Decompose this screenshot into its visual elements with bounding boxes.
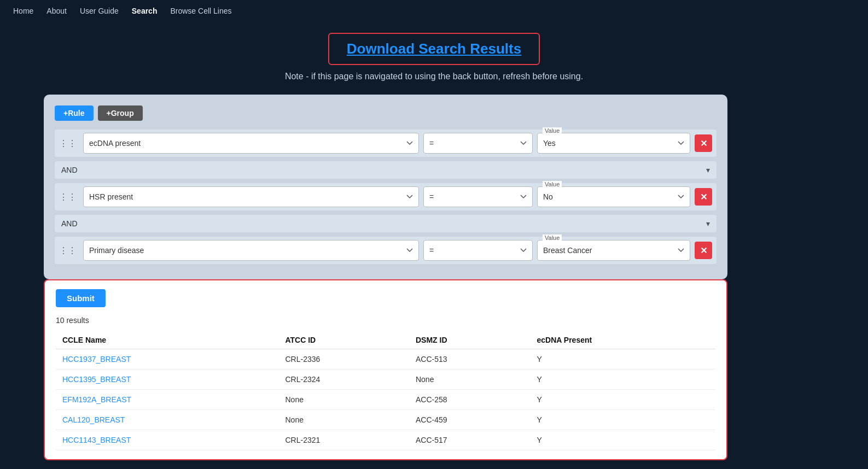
rule-1-value-label: Value	[543, 127, 562, 134]
cell-atcc-id-0: CRL-2336	[278, 349, 409, 370]
cell-ccle-name-2: EFM192A_BREAST	[56, 390, 278, 410]
query-builder: +Rule +Group ⋮⋮ ecDNA present HSR presen…	[44, 95, 727, 279]
and-connector-2: AND ▾	[55, 215, 716, 232]
and-chevron-2: ▾	[706, 219, 710, 228]
drag-handle-1: ⋮⋮	[59, 138, 77, 149]
rule-1-operator-select[interactable]: = != contains	[423, 133, 533, 154]
rule-row-2: ⋮⋮ HSR present ecDNA present Primary dis…	[55, 183, 716, 210]
table-row: HCC1143_BREAST CRL-2321 ACC-517 Y	[56, 430, 715, 450]
rule-3-value-wrapper: Value Breast Cancer Lung Cancer Colorect…	[537, 240, 690, 261]
query-builder-container: +Rule +Group ⋮⋮ ecDNA present HSR presen…	[44, 95, 824, 460]
rule-2-value-select[interactable]: No Yes	[537, 186, 690, 207]
col-header-dsmz-id: DSMZ ID	[409, 331, 531, 349]
cell-ccle-name-4: HCC1143_BREAST	[56, 430, 278, 450]
drag-handle-3: ⋮⋮	[59, 245, 77, 256]
nav-about[interactable]: About	[46, 7, 67, 15]
cell-dsmz-id-4: ACC-517	[409, 430, 531, 450]
rule-3-remove-button[interactable]: ✕	[695, 242, 712, 259]
add-group-button[interactable]: +Group	[98, 105, 143, 121]
submit-button[interactable]: Submit	[56, 289, 106, 307]
cell-ecdna-0: Y	[531, 349, 715, 370]
rule-3-value-label: Value	[543, 234, 562, 241]
rule-group-buttons: +Rule +Group	[55, 105, 716, 121]
table-header: CCLE Name ATCC ID DSMZ ID ecDNA Present	[56, 331, 715, 349]
rule-2-field-select[interactable]: HSR present ecDNA present Primary diseas…	[83, 186, 419, 207]
and-label-1: AND	[61, 166, 706, 174]
rule-2-value-label: Value	[543, 181, 562, 187]
results-panel: Submit 10 results CCLE Name ATCC ID DSMZ…	[44, 279, 727, 460]
rule-row-3: ⋮⋮ Primary disease ecDNA present HSR pre…	[55, 237, 716, 264]
rule-2-value-wrapper: Value No Yes	[537, 186, 690, 207]
cell-atcc-id-4: CRL-2321	[278, 430, 409, 450]
rule-row-1: ⋮⋮ ecDNA present HSR present Primary dis…	[55, 130, 716, 157]
cell-ccle-name-1: HCC1395_BREAST	[56, 370, 278, 390]
rule-3-value-select[interactable]: Breast Cancer Lung Cancer Colorectal Can…	[537, 240, 690, 261]
cell-dsmz-id-2: ACC-258	[409, 390, 531, 410]
ccle-link-4[interactable]: HCC1143_BREAST	[62, 436, 131, 444]
ccle-link-1[interactable]: HCC1395_BREAST	[62, 375, 131, 384]
note-text: Note - if this page is navigated to usin…	[285, 72, 583, 81]
table-row: EFM192A_BREAST None ACC-258 Y	[56, 390, 715, 410]
download-link-wrapper: Download Search Results	[328, 33, 540, 65]
cell-ecdna-4: Y	[531, 430, 715, 450]
drag-handle-2: ⋮⋮	[59, 192, 77, 202]
cell-dsmz-id-3: ACC-459	[409, 410, 531, 430]
rule-2-remove-button[interactable]: ✕	[695, 188, 712, 206]
results-count: 10 results	[56, 316, 715, 325]
table-body: HCC1937_BREAST CRL-2336 ACC-513 Y HCC139…	[56, 349, 715, 450]
rule-1-value-select[interactable]: Yes No	[537, 133, 690, 154]
and-chevron-1: ▾	[706, 166, 710, 174]
cell-dsmz-id-0: ACC-513	[409, 349, 531, 370]
nav-home[interactable]: Home	[13, 7, 33, 15]
add-rule-button[interactable]: +Rule	[55, 105, 94, 121]
cell-atcc-id-3: None	[278, 410, 409, 430]
and-label-2: AND	[61, 219, 706, 228]
rule-3-operator-select[interactable]: = != contains	[423, 240, 533, 261]
col-header-atcc-id: ATCC ID	[278, 331, 409, 349]
and-connector-1: AND ▾	[55, 161, 716, 179]
cell-ccle-name-3: CAL120_BREAST	[56, 410, 278, 430]
col-header-ccle-name: CCLE Name	[56, 331, 278, 349]
cell-dsmz-id-1: None	[409, 370, 531, 390]
cell-ecdna-1: Y	[531, 370, 715, 390]
rule-1-remove-button[interactable]: ✕	[695, 134, 712, 152]
table-row: HCC1395_BREAST CRL-2324 None Y	[56, 370, 715, 390]
rule-2-operator-select[interactable]: = != contains	[423, 186, 533, 207]
main-content: Download Search Results Note - if this p…	[0, 22, 868, 469]
nav-browse-cell-lines[interactable]: Browse Cell Lines	[170, 7, 231, 15]
nav-user-guide[interactable]: User Guide	[80, 7, 119, 15]
col-header-ecdna-present: ecDNA Present	[531, 331, 715, 349]
table-row: CAL120_BREAST None ACC-459 Y	[56, 410, 715, 430]
rule-1-value-wrapper: Value Yes No	[537, 133, 690, 154]
rule-1-field-select[interactable]: ecDNA present HSR present Primary diseas…	[83, 133, 419, 154]
table-row: HCC1937_BREAST CRL-2336 ACC-513 Y	[56, 349, 715, 370]
cell-ecdna-2: Y	[531, 390, 715, 410]
results-table: CCLE Name ATCC ID DSMZ ID ecDNA Present …	[56, 331, 715, 450]
ccle-link-0[interactable]: HCC1937_BREAST	[62, 355, 131, 364]
rule-3-field-select[interactable]: Primary disease ecDNA present HSR presen…	[83, 240, 419, 261]
ccle-link-2[interactable]: EFM192A_BREAST	[62, 395, 131, 404]
download-search-results-link[interactable]: Download Search Results	[328, 33, 540, 65]
navigation: Home About User Guide Search Browse Cell…	[0, 0, 868, 22]
cell-ecdna-3: Y	[531, 410, 715, 430]
ccle-link-3[interactable]: CAL120_BREAST	[62, 415, 125, 424]
nav-search[interactable]: Search	[132, 7, 158, 15]
cell-atcc-id-1: CRL-2324	[278, 370, 409, 390]
cell-atcc-id-2: None	[278, 390, 409, 410]
cell-ccle-name-0: HCC1937_BREAST	[56, 349, 278, 370]
